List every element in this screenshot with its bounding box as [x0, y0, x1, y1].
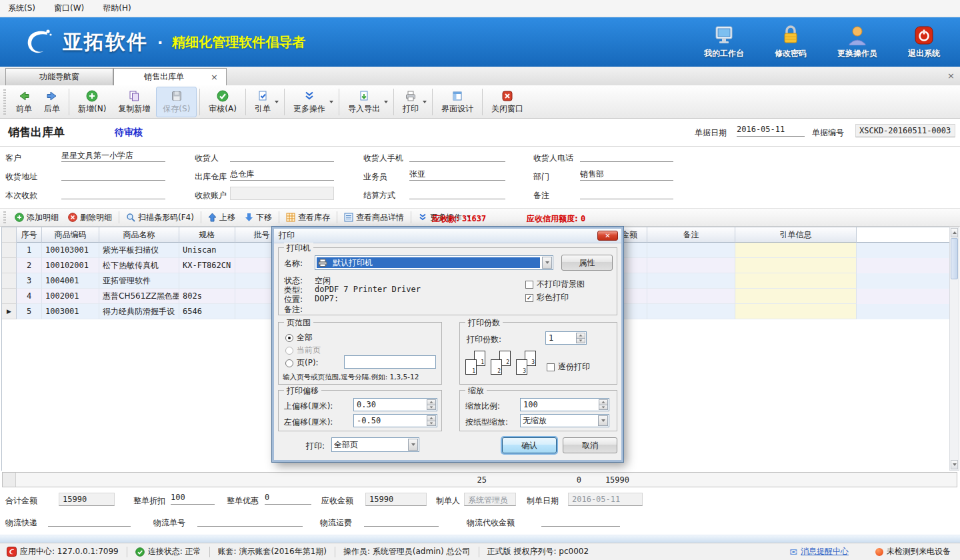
order-promo-field[interactable]: 0 [265, 493, 311, 505]
radio-selected-icon[interactable] [285, 334, 293, 342]
dialog-title-bar[interactable]: 打印 [274, 229, 621, 243]
tab-nav-panel[interactable]: 功能导航窗 [5, 68, 113, 85]
order-discount-field[interactable]: 100 [171, 493, 215, 505]
view-product-button[interactable]: 查看商品详情 [339, 212, 409, 223]
left-offset-spinner[interactable]: -0.50 [353, 414, 437, 427]
consignee-field[interactable] [230, 150, 334, 162]
customer-label: 客户 [5, 153, 21, 164]
scroll-down-icon[interactable] [951, 460, 958, 469]
change-password-button[interactable]: 修改密码 [763, 23, 819, 59]
express-field[interactable] [48, 515, 131, 527]
customer-field[interactable]: 星星文具第一小学店 [61, 150, 165, 162]
account-field[interactable] [230, 187, 334, 200]
spinner-up-icon[interactable] [576, 333, 585, 339]
menu-system[interactable]: 系统(S) [8, 3, 35, 14]
scrollbar-thumb[interactable] [951, 238, 958, 279]
spinner-up-icon[interactable] [427, 399, 436, 405]
checkbox-icon[interactable] [525, 281, 533, 289]
save-button[interactable]: 保存(S) [156, 87, 197, 117]
scroll-up-icon[interactable] [951, 228, 958, 237]
spinner-up-icon[interactable] [427, 415, 436, 421]
dept-field[interactable]: 销售部 [580, 169, 673, 181]
collate-checkbox[interactable]: 逐份打印 [547, 361, 590, 373]
combo-arrow-icon[interactable] [598, 415, 608, 426]
radio-current-page[interactable]: 当前页 [285, 345, 321, 356]
printer-name-combo[interactable]: 默认打印机 [315, 255, 553, 270]
col-seq[interactable]: 序号 [17, 227, 42, 243]
tracking-no-field[interactable] [197, 515, 303, 527]
radio-icon[interactable] [285, 359, 293, 367]
collate-pages-icon: 2 2 [491, 351, 511, 375]
print-dialog[interactable]: 打印 ✕ 打印机 名称: 默认打印机 属性 状态: 空闲 类型: doPDF [272, 227, 623, 462]
top-offset-spinner[interactable]: 0.30 [353, 398, 437, 411]
freight-field[interactable] [364, 515, 439, 527]
cancel-button[interactable]: 取消 [563, 437, 617, 453]
radio-pages[interactable]: 页(P): [285, 357, 319, 369]
my-workspace-button[interactable]: 我的工作台 [696, 23, 752, 59]
copy-add-button[interactable]: 复制新增 [112, 87, 156, 117]
add-detail-button[interactable]: 添加明细 [10, 212, 63, 223]
tab-sales-outbound[interactable]: 销售出库单 × [113, 68, 227, 85]
cod-amount-field[interactable] [541, 515, 620, 527]
printer-properties-button[interactable]: 属性 [561, 255, 613, 271]
grid-scrollbar[interactable] [949, 227, 959, 471]
warehouse-field[interactable]: 总仓库 [230, 169, 334, 181]
settle-field[interactable] [409, 187, 505, 199]
print-button[interactable]: 打印 [397, 87, 429, 117]
close-window-button[interactable]: 关闭窗口 [485, 87, 529, 117]
arrow-left-icon [18, 89, 30, 103]
copies-spinner[interactable]: 1 [545, 331, 587, 345]
col-name[interactable]: 商品名称 [99, 227, 179, 243]
page-range-input[interactable] [344, 355, 436, 369]
combo-arrow-icon[interactable] [542, 257, 552, 269]
prev-doc-button[interactable]: 前单 [10, 87, 38, 117]
color-print-checkbox[interactable]: ✓ 彩色打印 [525, 292, 569, 303]
spinner-up-icon[interactable] [599, 399, 608, 405]
col-note[interactable]: 备注 [647, 227, 735, 243]
more-actions-button[interactable]: 更多操作 [287, 87, 336, 117]
no-background-checkbox[interactable]: 不打印背景图 [525, 279, 585, 290]
address-field[interactable] [61, 169, 165, 181]
move-up-button[interactable]: 上移 [203, 212, 240, 223]
scale-ratio-spinner[interactable]: 100 [520, 398, 609, 411]
ui-design-button[interactable]: 界面设计 [435, 87, 479, 117]
panel-close-icon[interactable]: × [947, 71, 955, 81]
view-stock-button[interactable]: 查看库存 [281, 212, 335, 223]
switch-operator-button[interactable]: 更换操作员 [829, 23, 885, 59]
col-code[interactable]: 商品编码 [42, 227, 99, 243]
payment-field[interactable] [61, 187, 165, 199]
print-range-combo[interactable]: 全部页 [331, 437, 419, 452]
combo-arrow-icon[interactable] [408, 439, 418, 451]
exit-system-button[interactable]: 退出系统 [896, 23, 952, 59]
add-button[interactable]: 新增(N) [72, 87, 112, 117]
col-spec[interactable]: 规格 [179, 227, 235, 243]
remark-field[interactable] [580, 187, 673, 199]
spinner-down-icon[interactable] [576, 339, 585, 344]
pull-order-button[interactable]: 引单 [249, 87, 281, 117]
tab-close-icon[interactable]: × [211, 73, 218, 81]
confirm-button[interactable]: 确认 [502, 437, 557, 453]
delete-detail-button[interactable]: 删除明细 [63, 212, 117, 223]
menu-window[interactable]: 窗口(W) [54, 3, 84, 14]
col-ref[interactable]: 引单信息 [735, 227, 857, 243]
phone-field[interactable] [580, 150, 673, 162]
import-export-button[interactable]: 导入导出 [342, 87, 391, 117]
menu-help[interactable]: 帮助(H) [103, 3, 131, 14]
checkbox-checked-icon[interactable]: ✓ [525, 294, 533, 302]
panel-layout-icon [451, 89, 463, 103]
spinner-down-icon[interactable] [599, 405, 608, 411]
message-center-link[interactable]: ✉ 消息提醒中心 [789, 546, 849, 557]
scan-barcode-button[interactable]: 扫描条形码(F4) [121, 212, 199, 223]
checkbox-icon[interactable] [547, 363, 555, 371]
doc-date-field[interactable]: 2016-05-11 [737, 125, 805, 137]
next-doc-button[interactable]: 后单 [38, 87, 66, 117]
radio-all-pages[interactable]: 全部 [285, 332, 313, 343]
dialog-close-button[interactable]: ✕ [597, 231, 618, 241]
mobile-field[interactable] [409, 150, 505, 162]
paper-scale-combo[interactable]: 无缩放 [520, 414, 609, 427]
spinner-down-icon[interactable] [427, 421, 436, 427]
spinner-down-icon[interactable] [427, 405, 436, 411]
audit-button[interactable]: 审核(A) [203, 87, 243, 117]
move-down-button[interactable]: 下移 [240, 212, 277, 223]
salesman-field[interactable]: 张亚 [409, 169, 505, 181]
